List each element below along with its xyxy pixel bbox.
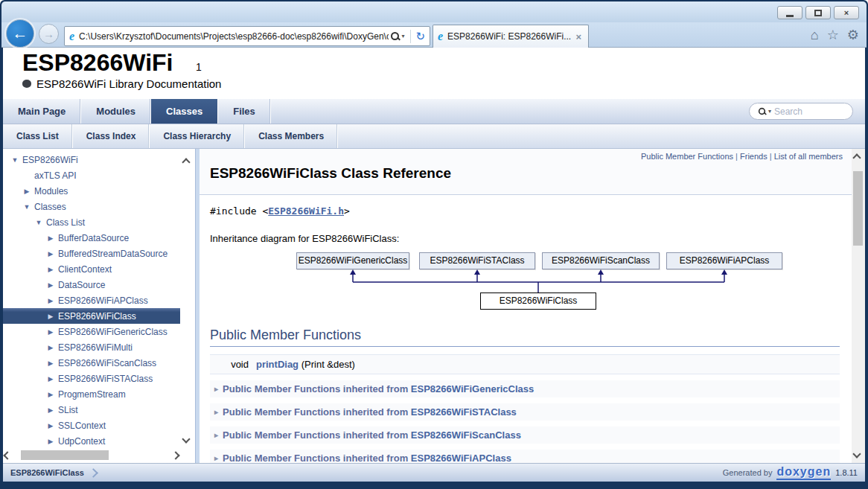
tree-expand-icon[interactable]: ▶ [46,328,55,336]
tree-item-udpcontext[interactable]: ▶UdpContext [3,433,180,448]
inherited-section-genericclass[interactable]: ▸ Public Member Functions inherited from… [210,380,840,397]
tree-expand-icon[interactable]: ▼ [10,156,19,164]
tree-item-esp8266wifimulti[interactable]: ▶ESP8266WiFiMulti [3,339,180,355]
summary-link-public-members[interactable]: Public Member Functions [641,152,733,161]
tree-expand-icon[interactable]: ▶ [46,391,55,398]
summary-link-all-members[interactable]: List of all members [774,152,843,161]
tree-item-bufferdatasource[interactable]: ▶BufferDataSource [3,230,180,246]
scroll-up-icon[interactable] [852,153,861,162]
tree-expand-icon[interactable]: ▶ [46,375,55,383]
diagram-node-staclass[interactable]: ESP8266WiFiSTAClass [419,252,535,269]
tree-expand-icon[interactable]: ▶ [46,297,55,304]
inherited-section-scanclass[interactable]: ▸ Public Member Functions inherited from… [210,426,840,444]
tree-item-bufferedstreamdatasource[interactable]: ▶BufferedStreamDataSource [3,246,180,261]
tree-item-esp8266wifiapclass[interactable]: ▶ESP8266WiFiAPClass [3,293,180,308]
tree-expand-icon[interactable]: ▶ [46,422,55,429]
nav-tree-sidebar: ▼ESP8266WiFi axTLS API ▶Modules ▼Classes… [3,149,195,463]
search-icon[interactable] [390,31,400,41]
tab-class-list[interactable]: Class List [3,124,73,148]
inherited-class-link[interactable]: ESP8266WiFiSTAClass [411,406,517,418]
sidebar-vertical-scrollbar[interactable] [181,152,194,447]
maximize-button[interactable] [805,6,831,19]
tree-expand-icon[interactable]: ▶ [46,438,55,445]
scroll-down-icon[interactable] [182,435,190,443]
favorites-star-icon[interactable]: ☆ [827,28,839,42]
search-box[interactable]: ▾ [749,103,853,120]
tree-item-datasource[interactable]: ▶DataSource [3,277,180,293]
close-button[interactable]: × [834,6,859,19]
tree-item-classes[interactable]: ▼Classes [3,199,180,214]
address-bar[interactable]: e C:\Users\Krzysztof\Documents\Projects\… [64,26,430,46]
tree-item-class-list[interactable]: ▼Class List [3,214,180,230]
tree-expand-icon[interactable]: ▶ [46,406,55,414]
doc-content: Public Member Functions | Friends | List… [200,149,865,463]
tree-expand-icon[interactable]: ▶ [46,344,55,351]
tab-class-hierarchy[interactable]: Class Hierarchy [150,124,245,148]
tree-item-esp8266wifigenericclass[interactable]: ▶ESP8266WiFiGenericClass [3,324,180,339]
tree-item-modules[interactable]: ▶Modules [3,183,180,199]
tab-files[interactable]: Files [218,99,271,124]
member-link-printdiag[interactable]: printDiag [256,359,299,370]
tab-close-icon[interactable]: × [573,31,584,42]
tree-expand-icon[interactable]: ▼ [34,219,43,226]
tree-expand-icon[interactable]: ▶ [46,359,55,367]
chevron-down-icon[interactable]: ▾ [401,33,404,39]
minimize-button[interactable] [777,6,802,19]
breadcrumb[interactable]: ESP8266WiFiClass [10,468,84,477]
home-icon[interactable]: ⌂ [811,28,819,42]
diagram-node-scanclass[interactable]: ESP8266WiFiScanClass [542,252,660,269]
sidebar-horizontal-scrollbar[interactable] [4,449,179,461]
scroll-right-icon[interactable] [171,451,179,459]
refresh-button[interactable]: ↻ [414,31,427,42]
project-tagline: ESP8266WiFi Library Documentation [36,77,221,90]
inherited-class-link[interactable]: ESP8266WiFiScanClass [411,429,521,441]
tab-classes[interactable]: Classes [151,99,218,124]
tools-gear-icon[interactable]: ⚙ [847,28,859,42]
tree-item-esp8266wificlass-selected[interactable]: ▶ESP8266WiFiClass [3,308,180,324]
content-vertical-scrollbar[interactable] [852,149,865,463]
doxygen-logo[interactable]: doxygen [776,466,831,480]
maximize-icon [814,10,822,16]
search-caret-icon[interactable]: ▾ [768,108,771,115]
tree-item-slist[interactable]: ▶SList [3,402,180,418]
include-file-link[interactable]: ESP8266WiFi.h [268,205,344,217]
diagram-node-apclass[interactable]: ESP8266WiFiAPClass [666,252,782,269]
tree-item-sslcontext[interactable]: ▶SSLContext [3,418,180,433]
diagram-node-genericclass[interactable]: ESP8266WiFiGenericClass [296,252,409,269]
tree-item-label: ESP8266WiFiAPClass [58,295,148,306]
tree-expand-icon[interactable]: ▼ [22,203,31,211]
inherited-section-staclass[interactable]: ▸ Public Member Functions inherited from… [210,403,840,421]
tree-item-esp8266wifi[interactable]: ▼ESP8266WiFi [3,152,180,167]
scrollbar-thumb[interactable] [21,450,109,460]
tab-class-index[interactable]: Class Index [73,124,150,148]
back-button[interactable]: ← [6,19,34,48]
inherited-class-link[interactable]: ESP8266WiFiAPClass [411,453,511,463]
scroll-down-icon[interactable] [852,450,861,458]
browser-tab[interactable]: e ESP8266WiFi: ESP8266WiFi... × [433,25,589,48]
summary-link-friends[interactable]: Friends [740,152,768,161]
tree-expand-icon[interactable]: ▶ [22,188,31,195]
tree-item-progmemstream[interactable]: ▶ProgmemStream [3,386,180,402]
address-url[interactable]: C:\Users\Krzysztof\Documents\Projects\es… [79,31,389,42]
tree-item-esp8266wifistaclass[interactable]: ▶ESP8266WiFiSTAClass [3,371,180,386]
inherited-section-apclass[interactable]: ▸ Public Member Functions inherited from… [210,450,840,463]
scrollbar-thumb[interactable] [853,171,863,246]
tree-expand-icon[interactable]: ▶ [46,234,55,242]
search-input[interactable] [774,106,841,117]
tree-expand-icon[interactable]: ▶ [46,313,55,320]
title-bar[interactable]: × [1,1,867,22]
tab-class-members[interactable]: Class Members [245,124,338,148]
scroll-up-icon[interactable] [182,158,190,166]
inherited-class-link[interactable]: ESP8266WiFiGenericClass [411,383,534,394]
tab-main-page[interactable]: Main Page [3,99,81,124]
tree-expand-icon[interactable]: ▶ [46,266,55,273]
tree-item-axtls-api[interactable]: axTLS API [3,167,180,183]
tree-item-esp8266wifiscanclass[interactable]: ▶ESP8266WiFiScanClass [3,355,180,371]
scroll-left-icon[interactable] [3,451,11,459]
tree-expand-icon[interactable]: ▶ [46,250,55,258]
tab-modules[interactable]: Modules [81,99,151,124]
tree-item-clientcontext[interactable]: ▶ClientContext [3,261,180,277]
tree-expand-icon[interactable]: ▶ [46,281,55,289]
project-logo-icon [22,80,31,88]
forward-button[interactable]: → [39,24,59,44]
